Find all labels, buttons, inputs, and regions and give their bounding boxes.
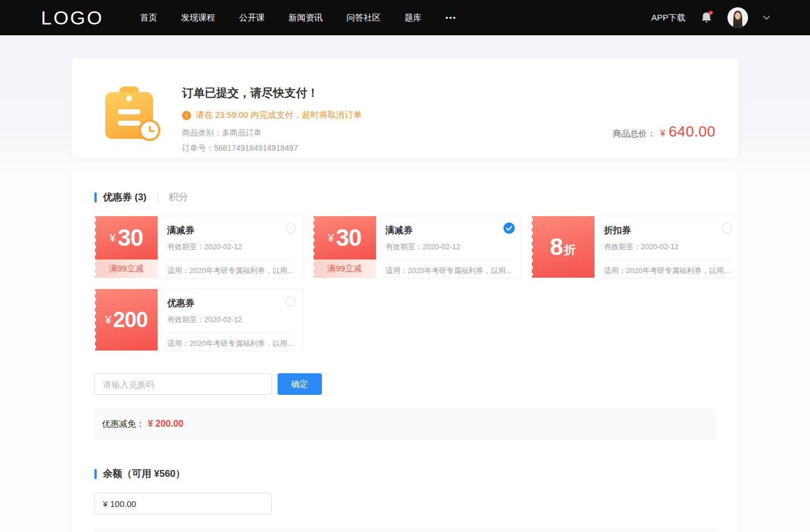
coupon-notches bbox=[531, 216, 535, 278]
next-summary-bar bbox=[94, 529, 716, 532]
discount-summary-bar: 优惠减免： ¥ 200.00 bbox=[94, 409, 716, 439]
payment-options-card: 优惠券 (3) 积分 ¥ 30 满99立减 满减券 有效期至：2020-02-1… bbox=[72, 172, 738, 532]
confirm-button[interactable]: 确定 bbox=[278, 373, 322, 395]
exclamation-circle-icon: ! bbox=[182, 111, 191, 120]
coupon-details: 优惠券 有效期至：2020-02-12 适用：2020年考研专属福利券，以用..… bbox=[158, 289, 303, 350]
coupon-condition: 满99立减 bbox=[313, 259, 376, 278]
balance-amount-input[interactable] bbox=[94, 493, 272, 514]
nav-item-discover-courses[interactable]: 发现课程 bbox=[181, 13, 215, 23]
coupon-value-panel: ¥ 30 满99立减 bbox=[95, 216, 158, 278]
notification-badge bbox=[709, 11, 713, 15]
coupon-radio-unchecked[interactable] bbox=[722, 223, 732, 233]
section-accent-bar bbox=[94, 469, 97, 479]
more-menu-icon[interactable]: ••• bbox=[445, 14, 457, 22]
coupon-divider bbox=[167, 332, 294, 333]
nav-item-news[interactable]: 新闻资讯 bbox=[288, 13, 323, 23]
coupon-validity: 有效期至：2020-02-12 bbox=[167, 242, 294, 252]
nav-right-cluster: APP下载 bbox=[651, 7, 770, 28]
coupon-title: 折扣券 bbox=[604, 225, 730, 237]
nav-item-question-bank[interactable]: 题库 bbox=[404, 13, 421, 23]
nav-menu: 首页 发现课程 公开课 新闻资讯 问答社区 题库 ••• bbox=[140, 13, 457, 23]
currency-symbol: ¥ bbox=[660, 129, 666, 139]
coupon-amount: 8 bbox=[550, 233, 563, 261]
coupon-divider bbox=[167, 259, 294, 260]
coupon-validity: 有效期至：2020-02-12 bbox=[167, 315, 294, 325]
chevron-down-icon[interactable] bbox=[763, 15, 770, 20]
order-number-row: 订单号：5681749184914918497 bbox=[182, 143, 362, 154]
coupon-value-panel: ¥ 200 bbox=[95, 289, 158, 350]
coupon-notches bbox=[94, 216, 98, 278]
coupon-details: 折扣券 有效期至：2020-02-12 适用：2020年考研专属福利券，以用..… bbox=[594, 216, 739, 278]
app-download-link[interactable]: APP下载 bbox=[651, 13, 685, 23]
coupon-card-full-reduction-2[interactable]: ¥ 30 满99立减 满减券 有效期至：2020-02-12 适用：2020年考… bbox=[313, 216, 522, 278]
coupon-currency: ¥ bbox=[105, 314, 111, 327]
coupon-title: 满减券 bbox=[386, 225, 512, 237]
discount-label: 优惠减免： bbox=[102, 419, 144, 430]
category-label: 商品类别： bbox=[182, 128, 222, 137]
balance-title: 余额（可用 ¥560） bbox=[103, 467, 185, 480]
coupon-card-discount[interactable]: 8 折 折扣券 有效期至：2020-02-12 适用：2020年考研专属福利券，… bbox=[531, 216, 740, 278]
coupon-card-voucher[interactable]: ¥ 200 优惠券 有效期至：2020-02-12 适用：2020年考研专属福利… bbox=[94, 288, 303, 351]
discount-amount: ¥ 200.00 bbox=[148, 419, 183, 429]
coupon-validity: 有效期至：2020-02-12 bbox=[386, 242, 512, 252]
coupons-tab[interactable]: 优惠券 (3) bbox=[103, 191, 147, 204]
coupon-notches bbox=[313, 216, 317, 278]
logo[interactable]: LOGO bbox=[41, 7, 104, 29]
coupon-grid: ¥ 30 满99立减 满减券 有效期至：2020-02-12 适用：2020年考… bbox=[94, 216, 716, 351]
category-value: 多商品订单 bbox=[222, 128, 262, 137]
coupon-scope: 适用：2020年考研专属福利券，以用... bbox=[386, 266, 512, 276]
coupon-details: 满减券 有效期至：2020-02-12 适用：2020年考研专属福利券，以用..… bbox=[158, 216, 303, 278]
check-circle-icon[interactable] bbox=[503, 222, 515, 234]
coupon-amount: 30 bbox=[336, 224, 361, 251]
coupon-validity: 有效期至：2020-02-12 bbox=[604, 242, 730, 252]
redeem-code-row: 确定 bbox=[94, 373, 716, 395]
coupon-divider bbox=[604, 259, 730, 260]
order-title: 订单已提交，请尽快支付！ bbox=[182, 85, 362, 101]
top-nav: LOGO 首页 发现课程 公开课 新闻资讯 问答社区 题库 ••• APP下载 bbox=[0, 0, 810, 35]
coupon-card-full-reduction-1[interactable]: ¥ 30 满99立减 满减券 有效期至：2020-02-12 适用：2020年考… bbox=[94, 216, 303, 278]
clipboard-clock-icon bbox=[105, 85, 157, 140]
notification-bell-icon[interactable] bbox=[700, 11, 713, 24]
user-avatar[interactable] bbox=[728, 7, 748, 28]
coupon-radio-unchecked[interactable] bbox=[286, 223, 296, 233]
order-total: 商品总价： ¥ 640.00 bbox=[613, 123, 716, 141]
coupon-title: 优惠券 bbox=[167, 298, 294, 310]
order-info: 订单已提交，请尽快支付！ ! 请在 23:59:00 内完成支付，超时将取消订单… bbox=[182, 84, 362, 135]
coupon-title: 满减券 bbox=[167, 225, 294, 237]
total-label: 商品总价： bbox=[613, 129, 656, 139]
redeem-code-input[interactable] bbox=[94, 373, 272, 395]
coupon-value-panel: 8 折 bbox=[532, 216, 594, 278]
order-no-label: 订单号： bbox=[182, 143, 214, 152]
coupon-condition: 满99立减 bbox=[95, 259, 158, 278]
coupon-divider bbox=[386, 259, 512, 260]
nav-item-home[interactable]: 首页 bbox=[140, 13, 157, 23]
payment-deadline-warning: ! 请在 23:59:00 内完成支付，超时将取消订单 bbox=[182, 110, 362, 121]
section-accent-bar bbox=[94, 192, 97, 203]
order-no-value: 5681749184914918497 bbox=[214, 143, 298, 152]
nav-item-open-courses[interactable]: 公开课 bbox=[239, 13, 265, 23]
coupon-scope: 适用：2020年考研专属福利券，以用... bbox=[167, 266, 294, 276]
coupon-details: 满减券 有效期至：2020-02-12 适用：2020年考研专属福利券，以用..… bbox=[376, 216, 521, 278]
coupon-notches bbox=[94, 289, 98, 350]
coupon-scope: 适用：2020年考研专属福利券，以用... bbox=[167, 339, 294, 349]
coupon-amount: 200 bbox=[113, 308, 147, 332]
tab-separator bbox=[158, 193, 158, 202]
deadline-text: 请在 23:59:00 内完成支付，超时将取消订单 bbox=[196, 110, 362, 121]
coupon-currency: ¥ bbox=[328, 232, 334, 245]
points-tab[interactable]: 积分 bbox=[169, 191, 188, 204]
coupon-value-panel: ¥ 30 满99立减 bbox=[313, 216, 376, 278]
total-amount: 640.00 bbox=[668, 123, 716, 141]
coupon-section-header: 优惠券 (3) 积分 bbox=[94, 191, 716, 204]
coupon-amount: 30 bbox=[118, 224, 143, 251]
order-category-row: 商品类别：多商品订单 bbox=[182, 128, 362, 138]
coupon-scope: 适用：2020年考研专属福利券，以用... bbox=[604, 266, 730, 276]
coupon-radio-unchecked[interactable] bbox=[286, 296, 296, 306]
balance-section-header: 余额（可用 ¥560） bbox=[94, 467, 716, 480]
coupon-unit: 折 bbox=[564, 242, 576, 258]
nav-item-qa-community[interactable]: 问答社区 bbox=[346, 13, 381, 23]
coupon-currency: ¥ bbox=[110, 232, 116, 245]
order-status-card: 订单已提交，请尽快支付！ ! 请在 23:59:00 内完成支付，超时将取消订单… bbox=[72, 59, 738, 158]
